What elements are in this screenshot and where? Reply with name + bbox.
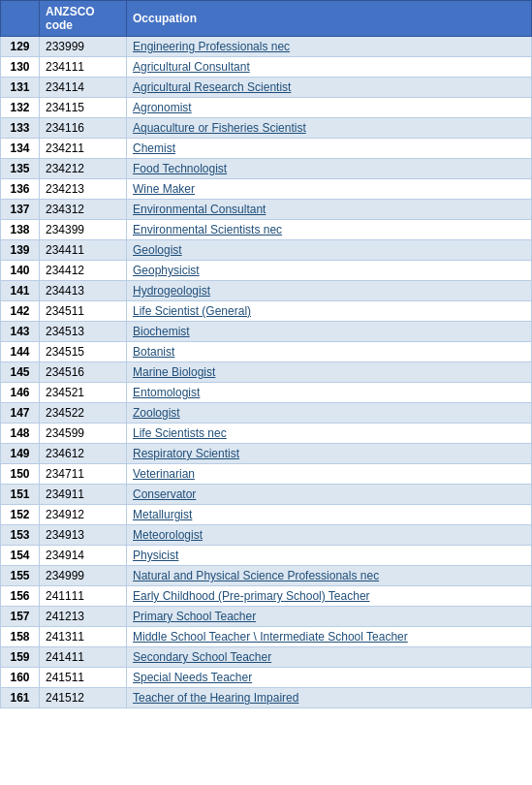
anzsco-code: 234612 (40, 444, 127, 464)
occupation-name[interactable]: Marine Biologist (127, 362, 532, 383)
table-row: 139234411Geologist (1, 240, 532, 261)
occupation-name[interactable]: Wine Maker (127, 179, 532, 200)
row-number: 139 (1, 240, 40, 261)
table-row: 152234912Metallurgist (1, 505, 532, 525)
row-number: 131 (1, 78, 40, 98)
table-row: 159241411Secondary School Teacher (1, 647, 532, 668)
anzsco-code: 234522 (40, 403, 127, 424)
row-number: 140 (1, 261, 40, 281)
occupation-name[interactable]: Respiratory Scientist (127, 444, 532, 464)
occupation-name[interactable]: Agricultural Research Scientist (127, 78, 532, 98)
anzsco-code: 234412 (40, 261, 127, 281)
row-number: 161 (1, 688, 40, 708)
row-number: 134 (1, 139, 40, 159)
row-number: 157 (1, 607, 40, 627)
occupation-table: ANZSCO code Occupation 129233999Engineer… (0, 0, 532, 708)
anzsco-code: 241213 (40, 607, 127, 627)
anzsco-code: 241511 (40, 668, 127, 688)
anzsco-code: 234911 (40, 485, 127, 505)
row-number: 129 (1, 37, 40, 57)
anzsco-code: 234914 (40, 546, 127, 566)
row-number: 145 (1, 362, 40, 383)
occupation-name[interactable]: Conservator (127, 485, 532, 505)
row-number: 154 (1, 546, 40, 566)
row-number: 160 (1, 668, 40, 688)
occupation-name[interactable]: Geologist (127, 240, 532, 261)
table-row: 142234511Life Scientist (General) (1, 301, 532, 322)
occupation-name[interactable]: Middle School Teacher \ Intermediate Sch… (127, 627, 532, 647)
occupation-name[interactable]: Special Needs Teacher (127, 668, 532, 688)
table-row: 136234213Wine Maker (1, 179, 532, 200)
occupation-name[interactable]: Meteorologist (127, 525, 532, 546)
anzsco-code: 234211 (40, 139, 127, 159)
row-number: 156 (1, 586, 40, 607)
table-row: 160241511Special Needs Teacher (1, 668, 532, 688)
occupation-name[interactable]: Biochemist (127, 322, 532, 342)
col-header-code[interactable]: ANZSCO code (40, 1, 127, 37)
anzsco-code: 234111 (40, 57, 127, 78)
occupation-name[interactable]: Early Childhood (Pre-primary School) Tea… (127, 586, 532, 607)
table-row: 151234911Conservator (1, 485, 532, 505)
row-number: 132 (1, 98, 40, 118)
occupation-name[interactable]: Physicist (127, 546, 532, 566)
occupation-name[interactable]: Agronomist (127, 98, 532, 118)
anzsco-code: 234411 (40, 240, 127, 261)
row-number: 153 (1, 525, 40, 546)
col-header-occ[interactable]: Occupation (127, 1, 532, 37)
row-number: 155 (1, 566, 40, 586)
occupation-name[interactable]: Agricultural Consultant (127, 57, 532, 78)
occupation-name[interactable]: Zoologist (127, 403, 532, 424)
table-row: 131234114Agricultural Research Scientist (1, 78, 532, 98)
row-number: 133 (1, 118, 40, 139)
table-row: 149234612Respiratory Scientist (1, 444, 532, 464)
table-row: 134234211Chemist (1, 139, 532, 159)
anzsco-code: 234599 (40, 424, 127, 444)
table-row: 132234115Agronomist (1, 98, 532, 118)
occupation-name[interactable]: Food Technologist (127, 159, 532, 179)
occupation-name[interactable]: Engineering Professionals nec (127, 37, 532, 57)
table-row: 129233999Engineering Professionals nec (1, 37, 532, 57)
table-row: 146234521Entomologist (1, 383, 532, 403)
row-number: 144 (1, 342, 40, 362)
occupation-name[interactable]: Life Scientists nec (127, 424, 532, 444)
occupation-name[interactable]: Chemist (127, 139, 532, 159)
anzsco-code: 241411 (40, 647, 127, 668)
table-row: 138234399Environmental Scientists nec (1, 220, 532, 240)
row-number: 158 (1, 627, 40, 647)
row-number: 137 (1, 200, 40, 220)
table-row: 130234111Agricultural Consultant (1, 57, 532, 78)
occupation-name[interactable]: Aquaculture or Fisheries Scientist (127, 118, 532, 139)
occupation-name[interactable]: Natural and Physical Science Professiona… (127, 566, 532, 586)
table-row: 156241111Early Childhood (Pre-primary Sc… (1, 586, 532, 607)
table-row: 147234522Zoologist (1, 403, 532, 424)
occupation-name[interactable]: Life Scientist (General) (127, 301, 532, 322)
anzsco-code: 234115 (40, 98, 127, 118)
occupation-name[interactable]: Metallurgist (127, 505, 532, 525)
row-number: 148 (1, 424, 40, 444)
occupation-name[interactable]: Primary School Teacher (127, 607, 532, 627)
row-number: 136 (1, 179, 40, 200)
occupation-name[interactable]: Environmental Consultant (127, 200, 532, 220)
occupation-name[interactable]: Geophysicist (127, 261, 532, 281)
occupation-name[interactable]: Veterinarian (127, 464, 532, 485)
anzsco-code: 234515 (40, 342, 127, 362)
anzsco-code: 241111 (40, 586, 127, 607)
anzsco-code: 241311 (40, 627, 127, 647)
occupation-name[interactable]: Botanist (127, 342, 532, 362)
anzsco-code: 234114 (40, 78, 127, 98)
occupation-name[interactable]: Environmental Scientists nec (127, 220, 532, 240)
occupation-name[interactable]: Secondary School Teacher (127, 647, 532, 668)
anzsco-code: 234521 (40, 383, 127, 403)
table-row: 141234413Hydrogeologist (1, 281, 532, 301)
anzsco-code: 234213 (40, 179, 127, 200)
table-row: 137234312Environmental Consultant (1, 200, 532, 220)
occupation-name[interactable]: Entomologist (127, 383, 532, 403)
row-number: 130 (1, 57, 40, 78)
col-header-num (1, 1, 40, 37)
occupation-name[interactable]: Hydrogeologist (127, 281, 532, 301)
occupation-name[interactable]: Teacher of the Hearing Impaired (127, 688, 532, 708)
table-row: 153234913Meteorologist (1, 525, 532, 546)
row-number: 159 (1, 647, 40, 668)
table-row: 133234116Aquaculture or Fisheries Scient… (1, 118, 532, 139)
table-row: 161241512Teacher of the Hearing Impaired (1, 688, 532, 708)
